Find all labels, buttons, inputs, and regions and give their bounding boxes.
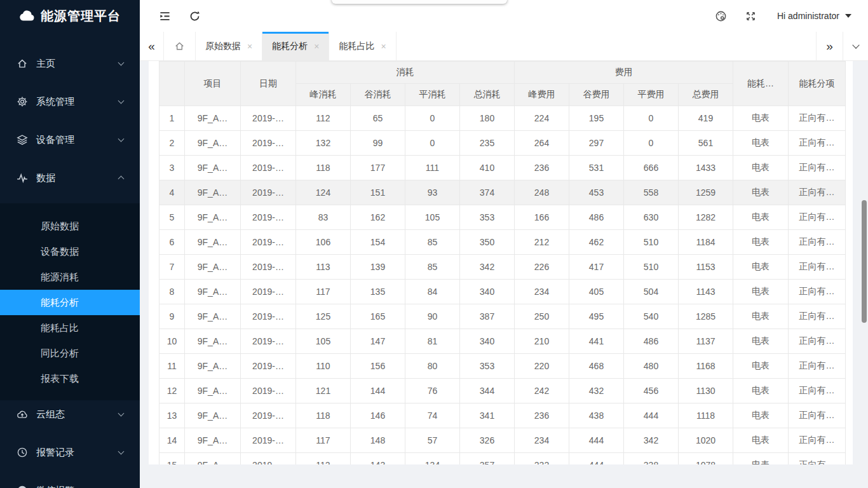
table-row[interactable]: 29F_A…2019-…1329902352642970561电表正向有… — [159, 131, 846, 156]
table-cell: 81 — [405, 329, 460, 354]
table-cell: 2019-… — [241, 156, 296, 180]
column-header-1: 日期 — [241, 62, 296, 106]
table-cell: 326 — [460, 428, 515, 453]
sidebar-subitem-1[interactable]: 设备数据 — [0, 239, 140, 264]
table-cell: 正向有… — [789, 106, 846, 131]
sidebar-subitem-5[interactable]: 同比分析 — [0, 341, 140, 366]
gear-icon — [17, 96, 28, 107]
tab-1[interactable]: 能耗分析× — [262, 32, 329, 60]
table-cell: 12 — [159, 379, 185, 403]
sidebar-item-3[interactable]: 数据 — [0, 165, 140, 191]
table-cell: 350 — [460, 230, 515, 255]
table-cell: 0 — [624, 106, 679, 131]
refresh-icon[interactable] — [189, 10, 201, 22]
sidebar-subitem-2[interactable]: 能源消耗 — [0, 264, 140, 290]
wechat-icon — [17, 485, 28, 488]
column-header-tail-1: 能耗分项 — [789, 62, 846, 106]
tabs-scroll-right-icon[interactable]: » — [816, 32, 843, 60]
table-row[interactable]: 159F_A…2019-…1121431343572324443381078电表… — [159, 453, 846, 465]
sidebar-item-6[interactable]: 微信报警 — [0, 478, 140, 488]
table-cell: 121 — [296, 379, 351, 403]
tab-2[interactable]: 能耗占比× — [329, 32, 396, 60]
table-cell: 444 — [624, 403, 679, 428]
table-row[interactable]: 109F_A…2019-…105147813402104414861137电表正… — [159, 329, 846, 354]
table-cell: 2019-… — [241, 428, 296, 453]
table-row[interactable]: 19F_A…2019-…1126501802241950419电表正向有… — [159, 106, 846, 131]
sidebar-subitem-4[interactable]: 能耗占比 — [0, 315, 140, 341]
table-cell: 235 — [460, 131, 515, 156]
sidebar-item-5[interactable]: 报警记录 — [0, 440, 140, 465]
table-cell: 15 — [159, 453, 185, 465]
table-cell: 2019-… — [241, 180, 296, 205]
table-row[interactable]: 59F_A…2019-…831621053531664866301282电表正向… — [159, 205, 846, 230]
tabs-menu-icon[interactable] — [843, 32, 868, 60]
table-cell: 139 — [351, 255, 405, 280]
user-dropdown-caret[interactable] — [845, 14, 851, 18]
table-cell: 110 — [296, 354, 351, 379]
vertical-scrollbar-thumb[interactable] — [862, 200, 867, 323]
sidebar-subitem-0[interactable]: 原始数据 — [0, 214, 140, 239]
table-row[interactable]: 99F_A…2019-…125165903872504955401285电表正向… — [159, 304, 846, 329]
table-cell: 1137 — [679, 329, 733, 354]
user-greeting[interactable]: Hi administrator — [777, 11, 839, 21]
table-cell: 1433 — [679, 156, 733, 180]
table-cell: 1130 — [679, 379, 733, 403]
table-cell: 2019-… — [241, 230, 296, 255]
layers-icon — [17, 134, 28, 146]
column-subheader: 峰费用 — [515, 84, 569, 106]
table-cell: 正向有… — [789, 255, 846, 280]
table-cell: 558 — [624, 180, 679, 205]
tab-label: 原始数据 — [205, 41, 241, 52]
table-cell: 90 — [405, 304, 460, 329]
table-cell: 480 — [624, 354, 679, 379]
tab-0[interactable]: 原始数据× — [196, 32, 262, 60]
sidebar-item-2[interactable]: 设备管理 — [0, 127, 140, 152]
close-icon[interactable]: × — [247, 42, 252, 51]
table-row[interactable]: 119F_A…2019-…110156803532204684801168电表正… — [159, 354, 846, 379]
table-cell: 226 — [515, 255, 569, 280]
table-cell: 117 — [296, 428, 351, 453]
table-cell: 1 — [159, 106, 185, 131]
table-cell: 1285 — [679, 304, 733, 329]
sidebar-item-0[interactable]: 主页 — [0, 51, 140, 76]
column-subheader: 总费用 — [679, 84, 733, 106]
table-cell: 正向有… — [789, 354, 846, 379]
table-cell: 93 — [405, 180, 460, 205]
table-cell: 85 — [405, 230, 460, 255]
column-header-0: 项目 — [185, 62, 241, 106]
sidebar-item-label: 系统管理 — [36, 96, 74, 108]
table-cell: 2019-… — [241, 280, 296, 304]
sidebar-subitem-6[interactable]: 报表下载 — [0, 366, 140, 391]
chevron-up-icon — [118, 176, 125, 182]
table-row[interactable]: 79F_A…2019-…113139853422264175101153电表正向… — [159, 255, 846, 280]
close-icon[interactable]: × — [314, 42, 319, 51]
close-icon[interactable]: × — [381, 42, 386, 51]
sidebar-subitem-3[interactable]: 能耗分析 — [0, 290, 140, 315]
table-cell: 正向有… — [789, 304, 846, 329]
sidebar-item-4[interactable]: 云组态 — [0, 402, 140, 427]
table-row[interactable]: 49F_A…2019-…124151933742484535581259电表正向… — [159, 180, 846, 205]
table-row[interactable]: 139F_A…2019-…118146743412364384441118电表正… — [159, 403, 846, 428]
table-cell: 125 — [296, 304, 351, 329]
table-cell: 0 — [405, 131, 460, 156]
theme-palette-icon[interactable] — [715, 10, 727, 22]
collapse-menu-icon[interactable] — [159, 10, 171, 22]
table-cell: 1168 — [679, 354, 733, 379]
fullscreen-icon[interactable] — [745, 10, 757, 22]
table-row[interactable]: 149F_A…2019-…117148573262344443421020电表正… — [159, 428, 846, 453]
table-cell: 234 — [515, 280, 569, 304]
tab-home[interactable] — [164, 32, 196, 60]
table-cell: 1259 — [679, 180, 733, 205]
tabs-scroll-left-icon[interactable]: « — [140, 32, 164, 60]
table-row[interactable]: 89F_A…2019-…117135843402344055041143电表正向… — [159, 280, 846, 304]
column-subheader: 谷消耗 — [351, 84, 405, 106]
table-row[interactable]: 69F_A…2019-…106154853502124625101184电表正向… — [159, 230, 846, 255]
table-cell: 340 — [460, 280, 515, 304]
table-cell: 264 — [515, 131, 569, 156]
table-row[interactable]: 129F_A…2019-…121144763442424324561130电表正… — [159, 379, 846, 403]
table-cell: 9F_A… — [185, 156, 241, 180]
chevron-down-icon — [118, 410, 125, 417]
table-row[interactable]: 39F_A…2019-…1181771114102365316661433电表正… — [159, 156, 846, 180]
energy-analysis-table: 项目日期消耗费用能耗…能耗分项峰消耗谷消耗平消耗总消耗峰费用谷费用平费用总费用1… — [159, 61, 846, 464]
sidebar-item-1[interactable]: 系统管理 — [0, 89, 140, 114]
